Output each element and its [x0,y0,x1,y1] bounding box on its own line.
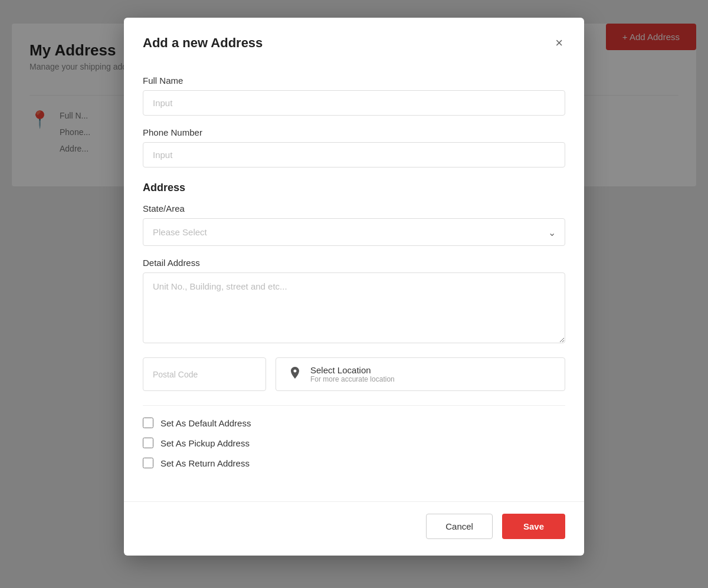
add-address-modal: Add a new Address × Full Name Phone Numb… [124,18,584,556]
save-button[interactable]: Save [502,514,565,539]
modal-overlay: Add a new Address × Full Name Phone Numb… [0,0,708,588]
modal-footer: Cancel Save [124,501,584,556]
return-address-label: Set As Return Address [160,458,250,468]
checkboxes-section: Set As Default Address Set As Pickup Add… [143,405,565,468]
return-address-row: Set As Return Address [143,458,565,468]
full-name-label: Full Name [143,75,565,86]
state-area-group: State/Area Please Select ⌄ [143,203,565,246]
modal-body: Full Name Phone Number Address State/Are… [124,64,584,497]
phone-number-group: Phone Number [143,127,565,167]
detail-address-textarea[interactable] [143,272,565,343]
cancel-button[interactable]: Cancel [426,514,493,539]
detail-label: Detail Address [143,258,565,268]
detail-address-group: Detail Address [143,258,565,346]
postal-location-row: Select Location For more accurate locati… [143,357,565,391]
full-name-input[interactable] [143,90,565,116]
modal-header: Add a new Address × [124,18,584,64]
pickup-address-checkbox[interactable] [143,438,153,448]
postal-code-input[interactable] [143,357,266,391]
pickup-address-row: Set As Pickup Address [143,438,565,448]
phone-label: Phone Number [143,127,565,137]
close-button[interactable]: × [553,34,565,52]
state-select-wrapper: Please Select ⌄ [143,218,565,246]
location-subtitle: For more accurate location [310,375,395,383]
return-address-checkbox[interactable] [143,458,153,468]
default-address-checkbox[interactable] [143,418,153,428]
state-label: State/Area [143,203,565,213]
pickup-address-label: Set As Pickup Address [160,438,250,448]
full-name-group: Full Name [143,75,565,116]
phone-input[interactable] [143,142,565,167]
address-section-title: Address [143,182,565,194]
location-title: Select Location [310,365,371,375]
modal-title: Add a new Address [143,35,263,51]
default-address-row: Set As Default Address [143,418,565,428]
default-address-label: Set As Default Address [160,418,251,428]
state-select[interactable]: Please Select [143,218,565,246]
select-location-button[interactable]: Select Location For more accurate locati… [276,357,565,391]
location-pin-icon [288,366,302,383]
location-button-text: Select Location For more accurate locati… [310,365,395,383]
